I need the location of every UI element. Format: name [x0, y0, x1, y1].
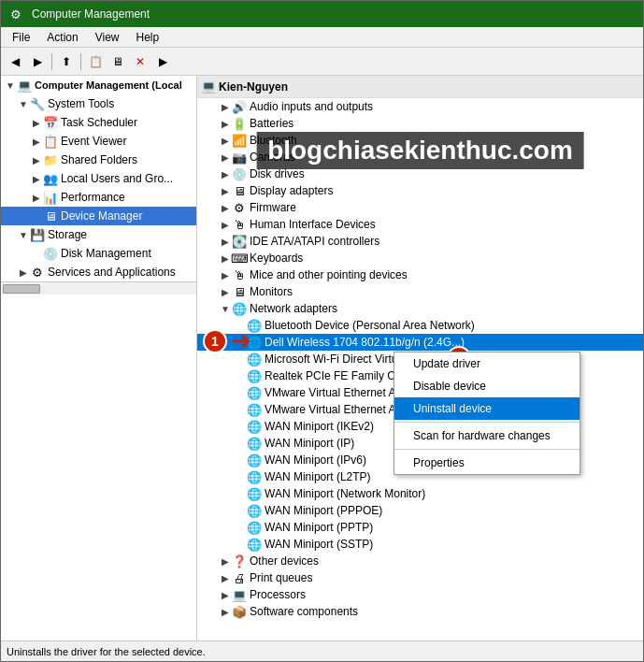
toolbar-properties[interactable]: ▶ — [152, 51, 173, 72]
left-device-manager[interactable]: 🖥 Device Manager — [1, 207, 196, 225]
toggle-performance: ▶ — [31, 192, 42, 203]
ctx-properties[interactable]: Properties — [394, 452, 580, 474]
context-menu: Update driver Disable device Uninstall d… — [394, 352, 580, 475]
left-system-tools[interactable]: ▼ 🔧 System Tools — [1, 94, 196, 113]
menu-action[interactable]: Action — [39, 29, 85, 46]
ctx-uninstall-device[interactable]: Uninstall device — [394, 397, 580, 420]
r-toggle-vmware2 — [235, 404, 246, 415]
right-hid[interactable]: ▶ 🖱 Human Interface Devices — [197, 216, 643, 233]
toolbar-back[interactable]: ◀ — [5, 51, 25, 72]
r-icon-keyboards: ⌨ — [232, 251, 247, 266]
r-toggle-wan-netmon — [235, 488, 246, 499]
r-label-keyboards: Keyboards — [250, 252, 303, 265]
left-pane: ▼ 💻 Computer Management (Local ▼ 🔧 Syste… — [1, 76, 197, 640]
left-scrollbar-thumb[interactable] — [3, 284, 40, 294]
toolbar-computer[interactable]: 🖥 — [107, 51, 128, 72]
header-label: Kien-Nguyen — [219, 80, 288, 94]
status-bar: Uninstalls the driver for the selected d… — [1, 640, 643, 661]
toggle-shared-folders: ▶ — [31, 154, 42, 166]
right-network-adapters[interactable]: ▼ 🌐 Network adapters — [197, 300, 643, 317]
r-label-bt-pan: Bluetooth Device (Personal Area Network) — [265, 319, 475, 332]
right-mice[interactable]: ▶ 🖱 Mice and other pointing devices — [197, 266, 643, 283]
r-icon-other: ❓ — [232, 554, 247, 568]
r-toggle-ide: ▶ — [220, 236, 231, 247]
icon-services-apps: ⚙ — [30, 265, 45, 280]
right-software-components[interactable]: ▶ 📦 Software components — [197, 603, 643, 620]
toolbar-forward[interactable]: ▶ — [27, 51, 48, 72]
left-task-scheduler[interactable]: ▶ 📅 Task Scheduler — [1, 113, 196, 132]
toolbar-show-hide[interactable]: 📋 — [85, 51, 106, 72]
right-bluetooth[interactable]: ▶ 📶 Bluetooth — [197, 132, 643, 149]
left-event-viewer[interactable]: ▶ 📋 Event Viewer — [1, 132, 196, 151]
r-icon-wan-sstp: 🌐 — [247, 537, 262, 552]
right-audio[interactable]: ▶ 🔊 Audio inputs and outputs — [197, 98, 643, 115]
right-print-queues[interactable]: ▶ 🖨 Print queues — [197, 569, 643, 586]
r-label-mice: Mice and other pointing devices — [250, 268, 408, 281]
left-services-apps[interactable]: ▶ ⚙ Services and Applications — [1, 263, 196, 281]
right-processors[interactable]: ▶ 💻 Processors — [197, 586, 643, 603]
left-local-users[interactable]: ▶ 👥 Local Users and Gro... — [1, 169, 196, 188]
icon-performance: 📊 — [43, 190, 58, 205]
right-wan-pptp[interactable]: 🌐 WAN Miniport (PPTP) — [197, 519, 643, 536]
r-toggle-wan-pppoe — [235, 505, 246, 516]
status-text: Uninstalls the driver for the selected d… — [7, 646, 206, 657]
left-shared-folders[interactable]: ▶ 📁 Shared Folders — [1, 151, 196, 169]
right-bluetooth-pan[interactable]: 🌐 Bluetooth Device (Personal Area Networ… — [197, 317, 643, 334]
menu-view[interactable]: View — [88, 29, 127, 46]
right-display-adapters[interactable]: ▶ 🖥 Display adapters — [197, 182, 643, 199]
r-toggle-wan-l2tp — [235, 471, 246, 482]
r-icon-audio: 🔊 — [232, 99, 247, 114]
right-wan-pppoe[interactable]: 🌐 WAN Miniport (PPPOE) — [197, 502, 643, 519]
toolbar-up[interactable]: ⬆ — [56, 51, 77, 72]
icon-shared-folders: 📁 — [43, 152, 58, 167]
right-wan-netmon[interactable]: 🌐 WAN Miniport (Network Monitor) — [197, 485, 643, 502]
window-icon: ⚙ — [8, 7, 23, 22]
left-scrollbar[interactable] — [1, 281, 196, 295]
right-monitors[interactable]: ▶ 🖥 Monitors — [197, 283, 643, 300]
left-storage[interactable]: ▼ 💾 Storage — [1, 225, 196, 244]
r-toggle-hid: ▶ — [220, 219, 231, 230]
ctx-disable-device[interactable]: Disable device — [394, 375, 580, 397]
r-label-wan-pptp: WAN Miniport (PPTP) — [265, 521, 373, 534]
right-keyboards[interactable]: ▶ ⌨ Keyboards — [197, 250, 643, 266]
r-toggle-print: ▶ — [220, 572, 231, 583]
r-toggle-audio: ▶ — [220, 101, 231, 112]
toggle-storage: ▼ — [18, 229, 29, 240]
r-icon-hid: 🖱 — [232, 217, 247, 232]
left-tree-root[interactable]: ▼ 💻 Computer Management (Local — [1, 76, 196, 94]
right-firmware[interactable]: ▶ ⚙ Firmware — [197, 199, 643, 216]
left-performance[interactable]: ▶ 📊 Performance — [1, 188, 196, 207]
r-icon-monitors: 🖥 — [232, 284, 247, 299]
r-toggle-dell — [235, 337, 246, 348]
right-other-devices[interactable]: ▶ ❓ Other devices — [197, 553, 643, 569]
r-toggle-bluetooth: ▶ — [220, 135, 231, 146]
ctx-update-driver[interactable]: Update driver — [394, 353, 580, 375]
right-ide[interactable]: ▶ 💽 IDE ATA/ATAPI controllers — [197, 233, 643, 250]
icon-storage: 💾 — [30, 227, 45, 242]
r-icon-mice: 🖱 — [232, 267, 247, 282]
r-toggle-firmware: ▶ — [220, 202, 231, 213]
ctx-scan-hardware[interactable]: Scan for hardware changes — [394, 425, 580, 447]
left-disk-management[interactable]: 💿 Disk Management — [1, 244, 196, 263]
toggle-task-scheduler: ▶ — [31, 117, 42, 128]
menu-help[interactable]: Help — [129, 29, 167, 46]
label-performance: Performance — [61, 191, 125, 204]
right-dell-wireless[interactable]: 🌐 Dell Wireless 1704 802.11b/g/n (2.4G..… — [197, 334, 643, 351]
right-disk-drives[interactable]: ▶ 💿 Disk drives — [197, 166, 643, 182]
right-cameras[interactable]: ▶ 📷 Cameras — [197, 149, 643, 166]
right-batteries[interactable]: ▶ 🔋 Batteries — [197, 115, 643, 132]
r-label-dell: Dell Wireless 1704 802.11b/g/n (2.4G...) — [265, 336, 465, 349]
r-icon-display: 🖥 — [232, 183, 247, 198]
right-pane: blogchiasekienthuc.com 💻 Kien-Nguyen ▶ 🔊… — [197, 76, 643, 640]
r-icon-network: 🌐 — [232, 301, 247, 316]
computer-management-window: ⚙ Computer Management File Action View H… — [0, 0, 644, 662]
right-wan-sstp[interactable]: 🌐 WAN Miniport (SSTP) — [197, 536, 643, 553]
toggle-disk-management — [31, 248, 42, 259]
toolbar-delete[interactable]: ✕ — [130, 51, 150, 72]
r-label-firmware: Firmware — [250, 201, 296, 214]
menu-file[interactable]: File — [5, 29, 37, 46]
r-label-wan-pppoe: WAN Miniport (PPPOE) — [265, 504, 382, 517]
icon-event-viewer: 📋 — [43, 134, 58, 149]
r-label-wan-l2tp: WAN Miniport (L2TP) — [265, 470, 371, 483]
r-toggle-disk-drives: ▶ — [220, 168, 231, 180]
